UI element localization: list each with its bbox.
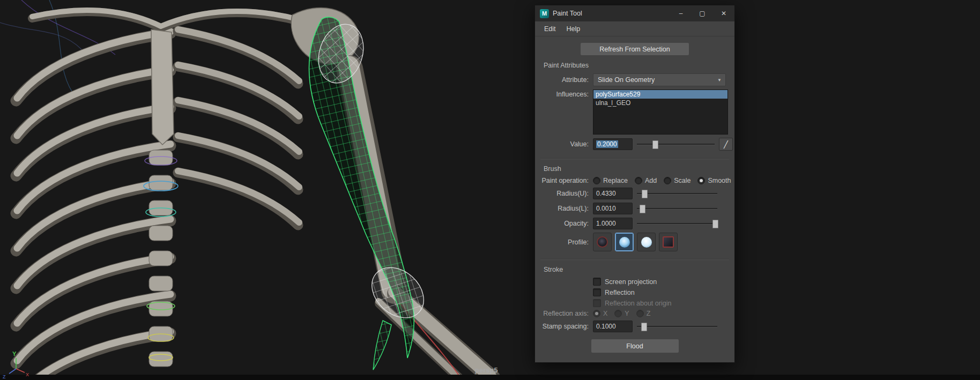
profile-row: Profile:	[535, 233, 734, 251]
menubar: Edit Help	[535, 21, 734, 36]
axis-z-radio-icon	[636, 310, 644, 317]
axis-y-radio-icon	[614, 310, 622, 317]
axis-z-label: Z	[3, 374, 6, 379]
influences-row: Influences: polySurface529 ulna_l_GEO	[535, 90, 734, 135]
value-input-text: 0.2000	[596, 140, 618, 148]
menu-edit[interactable]: Edit	[539, 24, 561, 34]
profile-label: Profile:	[539, 239, 589, 246]
axis-y-label: Y	[12, 351, 17, 357]
paint-tool-content: Refresh From Selection Paint Attributes …	[535, 36, 734, 362]
reflection-axis-label: Reflection axis:	[539, 310, 589, 317]
radio-add-icon[interactable]	[635, 177, 642, 184]
profile-soft-button[interactable]	[615, 233, 634, 251]
maya-logo-icon: M	[540, 9, 549, 18]
window-title: Paint Tool	[553, 10, 582, 17]
radius-u-row: Radius(U): 0.4330	[535, 188, 734, 199]
brush-section-label: Brush	[544, 165, 734, 173]
radius-l-value: 0.0010	[596, 205, 616, 212]
stamp-spacing-label: Stamp spacing:	[539, 323, 589, 330]
maximize-button[interactable]: ▢	[692, 5, 713, 21]
opacity-slider[interactable]	[637, 219, 717, 228]
stroke-section-label: Stroke	[544, 266, 734, 273]
refresh-from-selection-button[interactable]: Refresh From Selection	[581, 43, 689, 55]
titlebar[interactable]: M Paint Tool – ▢ ✕	[535, 5, 734, 21]
radio-replace[interactable]: Replace	[593, 177, 628, 184]
value-input[interactable]: 0.2000	[593, 138, 633, 150]
paint-operation-row: Paint operation: Replace Add Scale	[535, 177, 734, 184]
chevron-down-icon: ▼	[717, 78, 722, 83]
radius-u-label: Radius(U):	[539, 190, 589, 197]
axis-x-radio-icon	[593, 310, 600, 317]
attribute-row: Attribute: Slide On Geometry ▼	[535, 73, 734, 86]
axis-x-label: X	[26, 372, 29, 377]
radius-l-row: Radius(L): 0.0010	[535, 203, 734, 214]
axis-z-radio: Z	[636, 310, 651, 317]
profile-square-button[interactable]	[659, 233, 678, 251]
radio-scale-icon[interactable]	[664, 177, 671, 184]
axis-x-radio: X	[593, 310, 607, 317]
value-picker-button[interactable]: ╱	[719, 138, 733, 151]
influences-list[interactable]: polySurface529 ulna_l_GEO	[593, 90, 728, 135]
flood-button[interactable]: Flood	[591, 339, 679, 353]
value-row: Value: 0.2000 ╱	[535, 138, 734, 151]
skeleton-scene: Y X Z	[0, 0, 980, 380]
reflection-checkbox[interactable]	[593, 288, 601, 296]
paint-attributes-section-label: Paint Attributes	[544, 62, 734, 69]
radius-l-slider[interactable]	[637, 204, 717, 213]
reflection-about-origin-row: Reflection about origin	[535, 299, 734, 307]
stamp-spacing-row: Stamp spacing: 0.1000	[535, 321, 734, 332]
list-item-polysurface[interactable]: polySurface529	[593, 90, 727, 99]
attribute-dropdown-value: Slide On Geometry	[598, 76, 655, 84]
influences-label: Influences:	[539, 90, 589, 98]
stamp-spacing-input[interactable]: 0.1000	[593, 321, 633, 332]
viewport-3d[interactable]: Y X Z persp5	[0, 0, 980, 380]
close-button[interactable]: ✕	[713, 5, 734, 21]
reflection-label: Reflection	[605, 289, 635, 296]
list-item-ulna[interactable]: ulna_l_GEO	[593, 99, 727, 107]
radius-u-slider[interactable]	[637, 189, 717, 198]
radio-add-label: Add	[645, 177, 657, 184]
slash-icon: ╱	[724, 140, 728, 148]
opacity-input[interactable]: 1.0000	[593, 218, 633, 229]
reflection-axis-row: Reflection axis: X Y Z	[535, 310, 734, 317]
radio-replace-icon[interactable]	[593, 177, 600, 184]
radio-replace-label: Replace	[603, 177, 628, 184]
value-label: Value:	[539, 140, 589, 148]
camera-label: persp5	[475, 367, 498, 374]
radio-scale[interactable]: Scale	[664, 177, 691, 184]
axis-x-radio-label: X	[603, 310, 607, 317]
paint-tool-window: M Paint Tool – ▢ ✕ Edit Help Refresh Fro…	[534, 5, 735, 363]
section-divider	[540, 259, 729, 260]
square-brush-icon	[663, 236, 674, 248]
attribute-label: Attribute:	[539, 76, 589, 84]
screen-projection-checkbox[interactable]	[593, 278, 601, 286]
attribute-dropdown[interactable]: Slide On Geometry ▼	[593, 73, 726, 86]
soft-brush-icon	[619, 237, 630, 248]
profile-gaussian-button[interactable]	[593, 233, 612, 251]
radius-l-label: Radius(L):	[539, 205, 589, 212]
opacity-row: Opacity: 1.0000	[535, 218, 734, 229]
radius-l-input[interactable]: 0.0010	[593, 203, 633, 214]
opacity-value: 1.0000	[596, 220, 616, 227]
radio-smooth-icon[interactable]	[697, 177, 705, 184]
radius-u-value: 0.4330	[596, 190, 616, 197]
section-divider	[540, 158, 729, 159]
screen-projection-label: Screen projection	[605, 278, 657, 286]
radio-smooth-label: Smooth	[708, 177, 731, 184]
maya-application: Y X Z persp5 M Paint Tool – ▢ ✕ Edit Hel…	[0, 0, 980, 380]
radio-smooth[interactable]: Smooth	[697, 177, 731, 184]
solid-brush-icon	[641, 237, 652, 248]
radio-scale-label: Scale	[674, 177, 691, 184]
opacity-label: Opacity:	[539, 220, 589, 227]
value-slider[interactable]	[637, 140, 715, 148]
reflection-about-origin-checkbox	[593, 299, 601, 307]
radius-u-input[interactable]: 0.4330	[593, 188, 633, 199]
minimize-button[interactable]: –	[670, 5, 692, 21]
profile-solid-button[interactable]	[637, 233, 656, 251]
stamp-spacing-slider[interactable]	[637, 322, 717, 331]
sternum	[151, 29, 174, 145]
axis-y-radio-label: Y	[625, 310, 629, 317]
gaussian-brush-icon	[597, 236, 608, 248]
menu-help[interactable]: Help	[562, 24, 585, 34]
radio-add[interactable]: Add	[635, 177, 657, 184]
